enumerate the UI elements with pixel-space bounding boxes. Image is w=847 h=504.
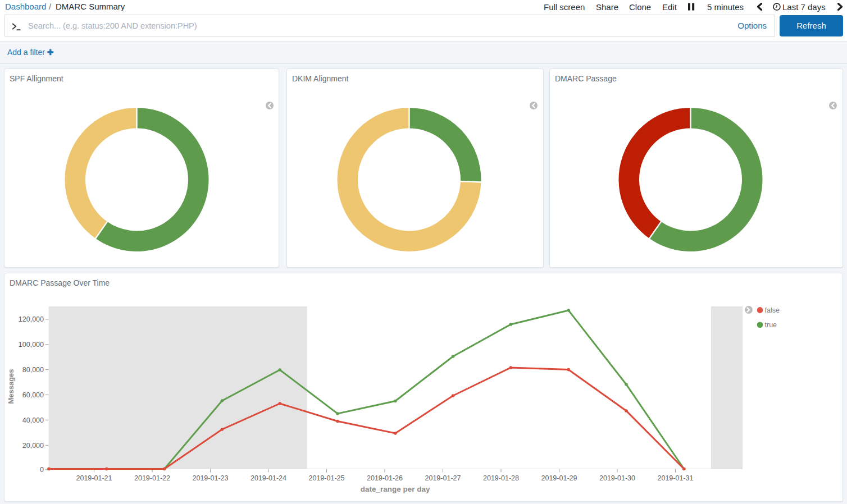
svg-text:true: true — [765, 321, 777, 329]
svg-text:2019-01-24: 2019-01-24 — [251, 474, 286, 482]
svg-text:100,000: 100,000 — [19, 341, 44, 349]
svg-text:120,000: 120,000 — [19, 315, 44, 323]
svg-text:date_range per day: date_range per day — [361, 485, 430, 493]
svg-text:false: false — [765, 306, 780, 314]
svg-text:2019-01-28: 2019-01-28 — [483, 474, 519, 482]
svg-text:2019-01-26: 2019-01-26 — [367, 474, 403, 482]
svg-text:2019-01-30: 2019-01-30 — [599, 474, 635, 482]
svg-text:2019-01-25: 2019-01-25 — [309, 474, 345, 482]
svg-text:2019-01-21: 2019-01-21 — [76, 474, 112, 482]
svg-text:20,000: 20,000 — [22, 442, 44, 450]
svg-text:2019-01-22: 2019-01-22 — [134, 474, 170, 482]
svg-text:60,000: 60,000 — [22, 391, 44, 399]
svg-text:0: 0 — [40, 466, 44, 474]
svg-text:40,000: 40,000 — [22, 416, 44, 424]
svg-text:2019-01-31: 2019-01-31 — [658, 474, 694, 482]
svg-text:2019-01-23: 2019-01-23 — [193, 474, 229, 482]
svg-text:80,000: 80,000 — [22, 366, 44, 374]
svg-text:2019-01-27: 2019-01-27 — [425, 474, 461, 482]
svg-text:Messages: Messages — [7, 369, 15, 404]
svg-text:2019-01-29: 2019-01-29 — [541, 474, 577, 482]
